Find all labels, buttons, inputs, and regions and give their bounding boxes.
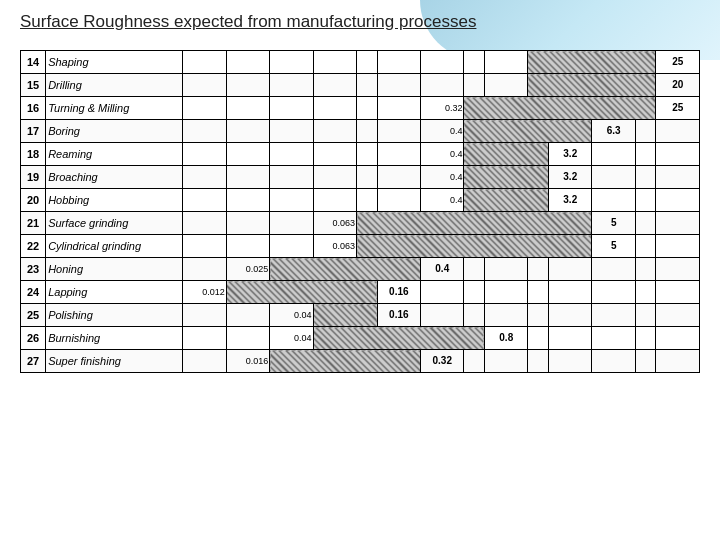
grid-cell-empty	[270, 143, 313, 166]
grid-cell-empty	[592, 258, 635, 281]
row-number: 16	[21, 97, 46, 120]
row-number: 23	[21, 258, 46, 281]
start-value: 0.4	[421, 143, 464, 166]
grid-cell-empty	[183, 350, 226, 373]
hatch-bar-cell	[313, 327, 484, 350]
table-row: 22Cylindrical grinding0.0635	[21, 235, 700, 258]
process-name: Reaming	[46, 143, 183, 166]
hatch-bar-cell	[226, 281, 377, 304]
grid-cell-empty	[313, 120, 356, 143]
grid-cell-empty	[183, 235, 226, 258]
grid-cell-empty	[183, 51, 226, 74]
hatch-bar-cell	[528, 74, 656, 97]
table-row: 26Burnishing0.040.8	[21, 327, 700, 350]
end-value: 0.16	[377, 281, 420, 304]
grid-cell-empty	[549, 350, 592, 373]
grid-cell-empty	[226, 97, 269, 120]
table-row: 14Shaping25	[21, 51, 700, 74]
grid-cell-empty	[656, 120, 700, 143]
table-row: 18Reaming0.43.2	[21, 143, 700, 166]
grid-cell-empty	[183, 327, 226, 350]
grid-cell-empty	[485, 350, 528, 373]
grid-cell-empty	[528, 304, 549, 327]
grid-cell-empty	[357, 74, 378, 97]
table-row: 27Super finishing0.0160.32	[21, 350, 700, 373]
process-name: Broaching	[46, 166, 183, 189]
table-row: 19Broaching0.43.2	[21, 166, 700, 189]
grid-cell-empty	[464, 51, 485, 74]
grid-cell-empty	[464, 281, 485, 304]
grid-cell-empty	[377, 97, 420, 120]
grid-cell-empty	[635, 304, 656, 327]
grid-cell-empty	[226, 74, 269, 97]
grid-cell-empty	[313, 51, 356, 74]
grid-cell-empty	[592, 166, 635, 189]
grid-cell-empty	[377, 74, 420, 97]
grid-cell-empty	[528, 350, 549, 373]
process-name: Shaping	[46, 51, 183, 74]
process-name: Drilling	[46, 74, 183, 97]
grid-cell-empty	[635, 143, 656, 166]
grid-cell-empty	[357, 189, 378, 212]
grid-cell-empty	[485, 281, 528, 304]
grid-cell-empty	[377, 166, 420, 189]
end-value: 3.2	[549, 189, 592, 212]
grid-cell-empty	[377, 51, 420, 74]
grid-cell-empty	[528, 327, 549, 350]
grid-cell-empty	[270, 212, 313, 235]
grid-cell-empty	[357, 120, 378, 143]
grid-cell-empty	[549, 327, 592, 350]
row-number: 22	[21, 235, 46, 258]
grid-cell-empty	[635, 281, 656, 304]
start-value: 0.4	[421, 189, 464, 212]
grid-cell-empty	[183, 74, 226, 97]
grid-cell-empty	[656, 235, 700, 258]
grid-cell-empty	[635, 120, 656, 143]
end-value: 20	[656, 74, 700, 97]
hatch-bar-cell	[528, 51, 656, 74]
table-row: 17Boring0.46.3	[21, 120, 700, 143]
grid-cell-empty	[313, 166, 356, 189]
start-value: 0.04	[270, 304, 313, 327]
grid-cell-empty	[270, 120, 313, 143]
row-number: 18	[21, 143, 46, 166]
grid-cell-empty	[270, 166, 313, 189]
page-title: Surface Roughness expected from manufact…	[20, 12, 476, 32]
hatch-bar-cell	[464, 166, 549, 189]
grid-cell-empty	[635, 212, 656, 235]
grid-cell-empty	[226, 166, 269, 189]
grid-cell-empty	[635, 166, 656, 189]
row-number: 14	[21, 51, 46, 74]
process-name: Boring	[46, 120, 183, 143]
grid-cell-empty	[485, 304, 528, 327]
table-row: 15Drilling20	[21, 74, 700, 97]
hatch-bar-cell	[357, 212, 592, 235]
hatch-bar-cell	[270, 350, 421, 373]
grid-cell-empty	[656, 327, 700, 350]
grid-cell-empty	[656, 166, 700, 189]
start-value: 0.4	[421, 166, 464, 189]
row-number: 17	[21, 120, 46, 143]
grid-cell-empty	[270, 74, 313, 97]
grid-cell-empty	[183, 143, 226, 166]
row-number: 20	[21, 189, 46, 212]
end-value: 5	[592, 235, 635, 258]
grid-cell-empty	[635, 235, 656, 258]
row-number: 19	[21, 166, 46, 189]
end-value: 6.3	[592, 120, 635, 143]
grid-cell-empty	[656, 189, 700, 212]
hatch-bar-cell	[464, 189, 549, 212]
start-value: 0.4	[421, 120, 464, 143]
end-value: 25	[656, 97, 700, 120]
grid-cell-empty	[357, 166, 378, 189]
grid-cell-empty	[656, 281, 700, 304]
grid-cell-empty	[464, 258, 485, 281]
grid-cell-empty	[656, 350, 700, 373]
process-name: Turning & Milling	[46, 97, 183, 120]
grid-cell-empty	[313, 74, 356, 97]
hatch-bar-cell	[357, 235, 592, 258]
grid-cell-empty	[656, 143, 700, 166]
grid-cell-empty	[635, 350, 656, 373]
start-value: 0.063	[313, 212, 356, 235]
grid-cell-empty	[226, 120, 269, 143]
